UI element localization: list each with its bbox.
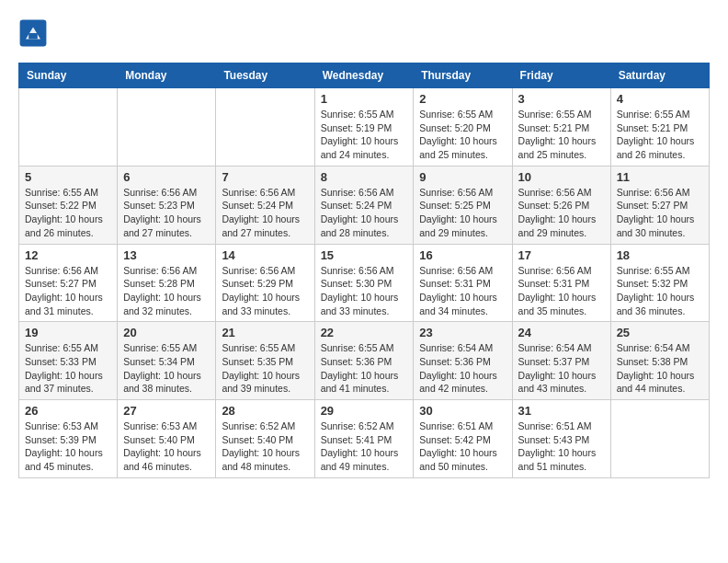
day-number: 28 xyxy=(222,404,308,418)
calendar-cell: 31Sunrise: 6:51 AM Sunset: 5:43 PM Dayli… xyxy=(512,400,610,478)
day-number: 25 xyxy=(617,326,703,339)
day-number: 15 xyxy=(321,248,408,262)
calendar-cell xyxy=(118,88,216,167)
day-number: 14 xyxy=(222,248,308,262)
day-number: 22 xyxy=(321,326,408,339)
day-info: Sunrise: 6:55 AM Sunset: 5:19 PM Dayligh… xyxy=(321,108,408,162)
day-number: 20 xyxy=(123,326,210,339)
day-info: Sunrise: 6:56 AM Sunset: 5:29 PM Dayligh… xyxy=(222,264,308,318)
calendar-cell xyxy=(610,400,709,478)
day-info: Sunrise: 6:53 AM Sunset: 5:39 PM Dayligh… xyxy=(25,419,111,474)
day-info: Sunrise: 6:55 AM Sunset: 5:32 PM Dayligh… xyxy=(617,264,703,318)
calendar-cell: 3Sunrise: 6:55 AM Sunset: 5:21 PM Daylig… xyxy=(512,88,610,167)
calendar-cell: 14Sunrise: 6:56 AM Sunset: 5:29 PM Dayli… xyxy=(216,244,314,322)
day-info: Sunrise: 6:56 AM Sunset: 5:24 PM Dayligh… xyxy=(222,186,308,240)
weekday-header-thursday: Thursday xyxy=(414,63,512,88)
day-info: Sunrise: 6:56 AM Sunset: 5:31 PM Dayligh… xyxy=(518,264,605,318)
weekday-header-row: SundayMondayTuesdayWednesdayThursdayFrid… xyxy=(19,63,710,88)
calendar-week-row: 19Sunrise: 6:55 AM Sunset: 5:33 PM Dayli… xyxy=(19,322,710,400)
weekday-header-tuesday: Tuesday xyxy=(216,63,314,88)
day-number: 5 xyxy=(25,170,111,184)
calendar-cell: 30Sunrise: 6:51 AM Sunset: 5:42 PM Dayli… xyxy=(414,400,512,478)
day-info: Sunrise: 6:51 AM Sunset: 5:42 PM Dayligh… xyxy=(419,419,506,474)
day-info: Sunrise: 6:55 AM Sunset: 5:34 PM Dayligh… xyxy=(123,341,210,396)
day-info: Sunrise: 6:55 AM Sunset: 5:21 PM Dayligh… xyxy=(518,108,605,162)
day-number: 17 xyxy=(518,248,605,262)
day-number: 19 xyxy=(25,326,111,339)
day-info: Sunrise: 6:52 AM Sunset: 5:40 PM Dayligh… xyxy=(222,419,308,474)
day-number: 23 xyxy=(419,326,506,339)
calendar-week-row: 5Sunrise: 6:55 AM Sunset: 5:22 PM Daylig… xyxy=(19,166,710,244)
logo xyxy=(18,18,51,48)
calendar-cell: 7Sunrise: 6:56 AM Sunset: 5:24 PM Daylig… xyxy=(216,166,314,244)
weekday-header-monday: Monday xyxy=(118,63,216,88)
calendar-cell: 28Sunrise: 6:52 AM Sunset: 5:40 PM Dayli… xyxy=(216,400,314,478)
day-number: 29 xyxy=(321,404,408,418)
day-number: 30 xyxy=(419,404,506,418)
calendar-cell: 15Sunrise: 6:56 AM Sunset: 5:30 PM Dayli… xyxy=(314,244,414,322)
calendar-cell: 8Sunrise: 6:56 AM Sunset: 5:24 PM Daylig… xyxy=(314,166,414,244)
day-number: 3 xyxy=(518,92,605,106)
calendar-cell: 26Sunrise: 6:53 AM Sunset: 5:39 PM Dayli… xyxy=(19,400,118,478)
calendar-cell: 9Sunrise: 6:56 AM Sunset: 5:25 PM Daylig… xyxy=(414,166,512,244)
day-info: Sunrise: 6:52 AM Sunset: 5:41 PM Dayligh… xyxy=(321,419,408,474)
day-info: Sunrise: 6:56 AM Sunset: 5:26 PM Dayligh… xyxy=(518,186,605,240)
calendar-cell: 5Sunrise: 6:55 AM Sunset: 5:22 PM Daylig… xyxy=(19,166,118,244)
day-info: Sunrise: 6:56 AM Sunset: 5:28 PM Dayligh… xyxy=(123,264,210,318)
logo-icon xyxy=(18,18,48,48)
day-info: Sunrise: 6:53 AM Sunset: 5:40 PM Dayligh… xyxy=(123,419,210,474)
day-number: 16 xyxy=(419,248,506,262)
calendar-cell: 20Sunrise: 6:55 AM Sunset: 5:34 PM Dayli… xyxy=(118,322,216,400)
calendar-cell: 6Sunrise: 6:56 AM Sunset: 5:23 PM Daylig… xyxy=(118,166,216,244)
day-number: 26 xyxy=(25,404,111,418)
day-number: 8 xyxy=(321,170,408,184)
day-number: 4 xyxy=(617,92,703,106)
day-number: 31 xyxy=(518,404,605,418)
calendar-cell: 11Sunrise: 6:56 AM Sunset: 5:27 PM Dayli… xyxy=(610,166,709,244)
day-info: Sunrise: 6:55 AM Sunset: 5:22 PM Dayligh… xyxy=(25,186,111,240)
day-info: Sunrise: 6:56 AM Sunset: 5:24 PM Dayligh… xyxy=(321,186,408,240)
calendar-table: SundayMondayTuesdayWednesdayThursdayFrid… xyxy=(18,63,710,478)
day-info: Sunrise: 6:55 AM Sunset: 5:21 PM Dayligh… xyxy=(617,108,703,162)
day-info: Sunrise: 6:55 AM Sunset: 5:20 PM Dayligh… xyxy=(419,108,506,162)
day-info: Sunrise: 6:55 AM Sunset: 5:33 PM Dayligh… xyxy=(25,341,111,396)
calendar-cell: 17Sunrise: 6:56 AM Sunset: 5:31 PM Dayli… xyxy=(512,244,610,322)
calendar-cell: 10Sunrise: 6:56 AM Sunset: 5:26 PM Dayli… xyxy=(512,166,610,244)
day-info: Sunrise: 6:56 AM Sunset: 5:31 PM Dayligh… xyxy=(419,264,506,318)
day-number: 12 xyxy=(25,248,111,262)
calendar-cell: 4Sunrise: 6:55 AM Sunset: 5:21 PM Daylig… xyxy=(610,88,709,167)
calendar-week-row: 12Sunrise: 6:56 AM Sunset: 5:27 PM Dayli… xyxy=(19,244,710,322)
calendar-cell: 18Sunrise: 6:55 AM Sunset: 5:32 PM Dayli… xyxy=(610,244,709,322)
calendar-cell: 12Sunrise: 6:56 AM Sunset: 5:27 PM Dayli… xyxy=(19,244,118,322)
day-info: Sunrise: 6:54 AM Sunset: 5:37 PM Dayligh… xyxy=(518,341,605,396)
day-info: Sunrise: 6:56 AM Sunset: 5:23 PM Dayligh… xyxy=(123,186,210,240)
weekday-header-sunday: Sunday xyxy=(19,63,118,88)
calendar-cell: 27Sunrise: 6:53 AM Sunset: 5:40 PM Dayli… xyxy=(118,400,216,478)
day-info: Sunrise: 6:56 AM Sunset: 5:30 PM Dayligh… xyxy=(321,264,408,318)
day-number: 9 xyxy=(419,170,506,184)
day-info: Sunrise: 6:55 AM Sunset: 5:36 PM Dayligh… xyxy=(321,341,408,396)
day-number: 21 xyxy=(222,326,308,339)
calendar-cell: 2Sunrise: 6:55 AM Sunset: 5:20 PM Daylig… xyxy=(414,88,512,167)
day-number: 10 xyxy=(518,170,605,184)
calendar-cell: 19Sunrise: 6:55 AM Sunset: 5:33 PM Dayli… xyxy=(19,322,118,400)
day-number: 1 xyxy=(321,92,408,106)
day-info: Sunrise: 6:56 AM Sunset: 5:25 PM Dayligh… xyxy=(419,186,506,240)
day-number: 18 xyxy=(617,248,703,262)
day-number: 2 xyxy=(419,92,506,106)
calendar-cell: 25Sunrise: 6:54 AM Sunset: 5:38 PM Dayli… xyxy=(610,322,709,400)
day-number: 24 xyxy=(518,326,605,339)
calendar-cell: 22Sunrise: 6:55 AM Sunset: 5:36 PM Dayli… xyxy=(314,322,414,400)
day-info: Sunrise: 6:54 AM Sunset: 5:36 PM Dayligh… xyxy=(419,341,506,396)
day-info: Sunrise: 6:56 AM Sunset: 5:27 PM Dayligh… xyxy=(617,186,703,240)
weekday-header-wednesday: Wednesday xyxy=(314,63,414,88)
day-number: 27 xyxy=(123,404,210,418)
day-number: 6 xyxy=(123,170,210,184)
calendar-cell: 24Sunrise: 6:54 AM Sunset: 5:37 PM Dayli… xyxy=(512,322,610,400)
calendar-cell: 13Sunrise: 6:56 AM Sunset: 5:28 PM Dayli… xyxy=(118,244,216,322)
calendar-cell xyxy=(216,88,314,167)
day-info: Sunrise: 6:51 AM Sunset: 5:43 PM Dayligh… xyxy=(518,419,605,474)
calendar-cell: 16Sunrise: 6:56 AM Sunset: 5:31 PM Dayli… xyxy=(414,244,512,322)
calendar-cell: 1Sunrise: 6:55 AM Sunset: 5:19 PM Daylig… xyxy=(314,88,414,167)
calendar-cell xyxy=(19,88,118,167)
